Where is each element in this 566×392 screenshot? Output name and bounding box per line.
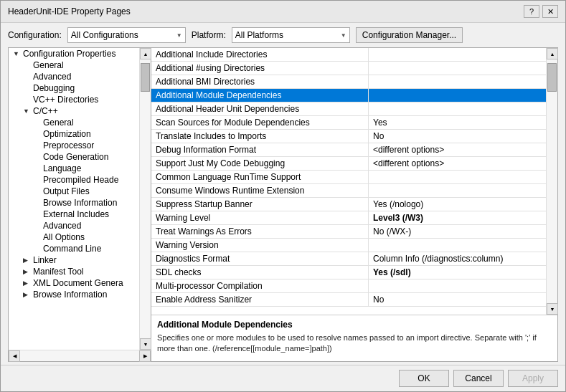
help-button[interactable]: ? — [524, 5, 539, 18]
table-row[interactable]: Debug Information Format<different optio… — [151, 143, 546, 157]
table-row[interactable]: Additional Module Dependencies — [151, 89, 546, 102]
main-content: ▼Configuration PropertiesGeneralAdvanced… — [1, 47, 565, 365]
tree-panel: ▼Configuration PropertiesGeneralAdvanced… — [9, 48, 139, 350]
tree-label-precompiled: Precompiled Heade — [43, 175, 118, 185]
prop-name: Enable Address Sanitizer — [151, 293, 369, 307]
left-hscroll-right[interactable]: ▶ — [139, 350, 151, 362]
table-row[interactable]: Common Language RunTime Support — [151, 171, 546, 184]
left-scroll-up[interactable]: ▲ — [140, 48, 151, 59]
prop-name: Warning Version — [151, 239, 369, 252]
prop-name: Additional BMI Directories — [151, 75, 369, 89]
tree-item-language[interactable]: Language — [9, 163, 139, 174]
tree-label-linker: Linker — [33, 255, 57, 265]
table-row[interactable]: Support Just My Code Debugging<different… — [151, 157, 546, 171]
tree-item-debugging[interactable]: Debugging — [9, 82, 139, 94]
tree-item-all-options[interactable]: All Options — [9, 231, 139, 243]
prop-value: No — [369, 130, 547, 143]
close-button[interactable]: ✕ — [542, 5, 558, 18]
table-row[interactable]: Enable Address SanitizerNo — [151, 293, 546, 307]
prop-value: <different options> — [369, 157, 547, 171]
tree-label-language: Language — [43, 163, 81, 173]
prop-name: Additional Module Dependencies — [151, 89, 369, 102]
tree-label-cpp: C/C++ — [33, 106, 58, 116]
table-row[interactable]: Consume Windows Runtime Extension — [151, 184, 546, 198]
tree-item-general[interactable]: General — [9, 59, 139, 71]
config-dropdown[interactable]: All Configurations ▼ — [67, 27, 186, 43]
tree-item-browse-info[interactable]: Browse Information — [9, 197, 139, 209]
prop-value: No (/WX-) — [369, 225, 547, 239]
prop-value: No — [369, 293, 547, 307]
config-value: All Configurations — [71, 30, 175, 40]
tree-item-output-files[interactable]: Output Files — [9, 186, 139, 197]
table-row[interactable]: SDL checksYes (/sdl) — [151, 266, 546, 279]
tree-item-optimization[interactable]: Optimization — [9, 128, 139, 140]
apply-button[interactable]: Apply — [508, 370, 558, 387]
tree-label-general: General — [33, 60, 64, 70]
left-hscroll-track[interactable] — [20, 350, 139, 361]
tree-label-config-props: Configuration Properties — [23, 49, 115, 59]
prop-value: <different options> — [369, 143, 547, 157]
table-row[interactable]: Suppress Startup BannerYes (/nologo) — [151, 198, 546, 211]
tree-item-cpp-general[interactable]: General — [9, 117, 139, 128]
prop-name: Additional Include Directories — [151, 48, 369, 62]
tree-item-cmdline[interactable]: Command Line — [9, 243, 139, 254]
title-bar: HeaderUnit-IDE Property Pages ? ✕ — [1, 1, 565, 23]
tree-item-vc-dirs[interactable]: VC++ Directories — [9, 94, 139, 105]
prop-name: Scan Sources for Module Dependencies — [151, 116, 369, 130]
config-dropdown-arrow: ▼ — [176, 32, 182, 39]
props-area: Additional Include DirectoriesAdditional… — [151, 48, 557, 315]
right-scroll-thumb — [547, 63, 557, 92]
tree-item-code-gen[interactable]: Code Generation — [9, 151, 139, 163]
config-manager-button[interactable]: Configuration Manager... — [356, 27, 463, 43]
table-row[interactable]: Additional #using Directories — [151, 62, 546, 75]
left-hscrollbar[interactable]: ◀ ▶ — [9, 350, 151, 361]
tree-arrow-browse-info2: ▶ — [23, 291, 32, 298]
tree-item-preprocessor[interactable]: Preprocessor — [9, 140, 139, 151]
prop-value: Yes — [369, 116, 547, 130]
table-row[interactable]: Translate Includes to ImportsNo — [151, 130, 546, 143]
prop-name: Warning Level — [151, 211, 369, 225]
cancel-button[interactable]: Cancel — [453, 370, 504, 387]
dialog: HeaderUnit-IDE Property Pages ? ✕ Config… — [0, 0, 566, 392]
title-buttons: ? ✕ — [524, 5, 558, 18]
table-row[interactable]: Additional Include Directories — [151, 48, 546, 62]
tree-item-xml-doc[interactable]: ▶XML Document Genera — [9, 277, 139, 289]
prop-value — [369, 75, 547, 89]
left-scroll-down[interactable]: ▼ — [140, 338, 151, 350]
platform-dropdown[interactable]: All Platforms ▼ — [232, 27, 350, 43]
right-scroll-track[interactable] — [547, 59, 557, 303]
tree-item-precompiled[interactable]: Precompiled Heade — [9, 174, 139, 186]
table-row[interactable]: Warning LevelLevel3 (/W3) — [151, 211, 546, 225]
table-row[interactable]: Additional BMI Directories — [151, 75, 546, 89]
table-row[interactable]: Diagnostics FormatColumn Info (/diagnost… — [151, 252, 546, 266]
table-row[interactable]: Warning Version — [151, 239, 546, 252]
right-scrollbar[interactable]: ▲ ▼ — [546, 48, 557, 315]
tree-item-external-inc[interactable]: External Includes — [9, 209, 139, 220]
tree-label-debugging: Debugging — [33, 83, 75, 93]
platform-value: All Platforms — [235, 30, 339, 40]
tree-item-linker[interactable]: ▶Linker — [9, 254, 139, 266]
info-title: Additional Module Dependencies — [157, 320, 552, 330]
tree-item-browse-info2[interactable]: ▶Browse Information — [9, 289, 139, 300]
prop-value: Yes (/sdl) — [369, 266, 547, 279]
right-scroll-down[interactable]: ▼ — [547, 303, 558, 315]
tree-label-browse-info2: Browse Information — [33, 290, 107, 300]
tree-item-manifest[interactable]: ▶Manifest Tool — [9, 266, 139, 277]
prop-value — [369, 62, 547, 75]
tree-item-advanced-cpp[interactable]: Advanced — [9, 220, 139, 231]
table-row[interactable]: Scan Sources for Module DependenciesYes — [151, 116, 546, 130]
prop-value — [369, 48, 547, 62]
left-hscroll-left[interactable]: ◀ — [9, 350, 20, 362]
left-scroll-track[interactable] — [140, 59, 151, 338]
right-scroll-up[interactable]: ▲ — [547, 48, 558, 59]
prop-value — [369, 89, 547, 102]
table-row[interactable]: Additional Header Unit Dependencies — [151, 102, 546, 116]
table-row[interactable]: Multi-processor Compilation — [151, 279, 546, 293]
tree-item-cpp[interactable]: ▼C/C++ — [9, 105, 139, 117]
ok-button[interactable]: OK — [399, 370, 449, 387]
left-scrollbar[interactable]: ▲ ▼ — [139, 48, 151, 350]
prop-name: Common Language RunTime Support — [151, 171, 369, 184]
tree-item-config-props[interactable]: ▼Configuration Properties — [9, 48, 139, 59]
table-row[interactable]: Treat Warnings As ErrorsNo (/WX-) — [151, 225, 546, 239]
tree-item-advanced-top[interactable]: Advanced — [9, 71, 139, 82]
